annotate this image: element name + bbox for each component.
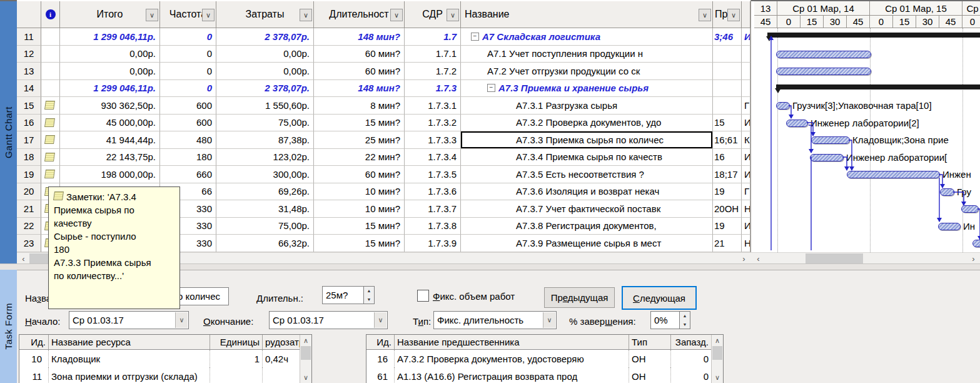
cell-pred[interactable]: 16;61 xyxy=(713,131,742,149)
scroll-right-icon[interactable]: › xyxy=(968,253,979,263)
cell-sdr[interactable]: 1.7.3.6 xyxy=(405,183,461,201)
cell-resources[interactable]: Н xyxy=(742,235,750,252)
timeline-minute-cell[interactable]: 0 xyxy=(777,16,801,28)
cell-chastota[interactable]: 600 xyxy=(160,115,216,132)
cell-nazvanie[interactable]: А7.3.8 Регистрация документов, xyxy=(461,218,713,235)
task-row[interactable]: 120,00р.00,00р.60 мин?1.7.1А7.1 Учет пос… xyxy=(17,46,750,63)
row-number[interactable]: 21 xyxy=(17,200,41,218)
cell-resources[interactable] xyxy=(742,63,750,80)
percent-complete-input[interactable]: 0% xyxy=(650,311,680,329)
task-bar[interactable] xyxy=(786,120,808,127)
spinner-down-icon[interactable]: ▼ xyxy=(364,295,374,304)
timeline-minute-cell[interactable]: 30 xyxy=(916,16,939,28)
cell-nazvanie[interactable]: А7.3.2 Проверка документов, удо xyxy=(461,115,713,132)
row-number[interactable]: 22 xyxy=(17,218,41,235)
task-row[interactable]: 1645 000,00р.60075,00р.15 мин?1.7.3.2А7.… xyxy=(17,115,750,132)
scroll-left-icon[interactable]: ‹ xyxy=(18,253,29,263)
header-dlitelnost[interactable]: Длительност ∨ xyxy=(314,1,405,28)
cell-sdr[interactable]: 1.7.3.1 xyxy=(405,97,461,115)
table-cell[interactable]: ОН xyxy=(629,350,671,367)
cell-sdr[interactable]: 1.7.3.8 xyxy=(405,218,461,235)
cell-itogo[interactable]: 45 000,00р. xyxy=(60,115,160,132)
cell-sdr[interactable]: 1.7.3.4 xyxy=(405,149,461,166)
header-zatraty[interactable]: Затраты ∨ xyxy=(216,1,314,28)
task-row[interactable]: 111 299 046,11р.02 378,07р.148 мин?1.7−А… xyxy=(17,28,750,46)
table-row[interactable]: 16А7.3.2 Проверка документов, удостоверя… xyxy=(366,350,723,367)
cell-itogo[interactable]: 0,00р. xyxy=(60,46,160,63)
cell-itogo[interactable]: 198 000,00р. xyxy=(60,166,160,183)
cell-pred[interactable] xyxy=(713,97,742,115)
timeline-minute-cell[interactable]: 15 xyxy=(893,16,916,28)
cell-dlitelnost[interactable]: 60 мин? xyxy=(314,46,405,63)
filter-dropdown-icon[interactable]: ∨ xyxy=(202,9,215,21)
spinner-up-icon[interactable]: ▲ xyxy=(680,312,690,320)
percent-spinner[interactable]: ▲ ▼ xyxy=(679,311,690,329)
cell-dlitelnost[interactable]: 15 мин? xyxy=(314,218,405,235)
cell-pred[interactable]: 16 xyxy=(713,149,742,166)
column-header[interactable]: Название предшественника xyxy=(395,335,629,349)
cell-pred[interactable]: 19 xyxy=(713,218,742,235)
cell-nazvanie[interactable]: А7.3.4 Приемка сырья по качеств xyxy=(461,149,713,166)
cell-itogo[interactable]: 1 299 046,11р. xyxy=(60,80,160,98)
task-bar[interactable] xyxy=(810,154,844,161)
column-header[interactable]: Название ресурса xyxy=(49,335,210,349)
column-header[interactable]: Ид. xyxy=(19,335,49,349)
row-number[interactable]: 19 xyxy=(17,166,41,183)
row-number[interactable]: 20 xyxy=(17,183,41,201)
cell-resources[interactable]: И xyxy=(742,149,750,166)
cell-resources[interactable]: К xyxy=(742,131,750,149)
cell-resources[interactable] xyxy=(742,46,750,63)
task-bar[interactable] xyxy=(776,68,871,75)
cell-pred[interactable]: 21 xyxy=(713,235,742,252)
table-cell[interactable]: 0 xyxy=(671,367,712,383)
cell-itogo[interactable]: 1 299 046,11р. xyxy=(60,28,160,46)
cell-dlitelnost[interactable]: 15 мин? xyxy=(314,115,405,132)
cell-zatraty[interactable]: 300,00р. xyxy=(216,166,314,183)
cell-chastota[interactable]: 0 xyxy=(160,28,216,46)
cell-zatraty[interactable]: 0,00р. xyxy=(216,63,314,80)
cell-nazvanie[interactable]: А7.3.7 Учет фактической поставк xyxy=(461,200,713,218)
scroll-down-icon[interactable]: ∨ xyxy=(301,372,311,382)
table-cell[interactable]: А7.3.2 Проверка документов, удостоверяю xyxy=(395,350,629,367)
resource-table[interactable]: Ид.Название ресурсаЕдиницырудозатра10Кла… xyxy=(19,334,312,383)
cell-pred[interactable]: 19 xyxy=(713,183,742,201)
cell-itogo[interactable]: 41 944,44р. xyxy=(60,131,160,149)
duration-input[interactable]: 25м? xyxy=(322,286,364,304)
cell-zatraty[interactable]: 75,00р. xyxy=(216,218,314,235)
filter-dropdown-icon[interactable]: ∨ xyxy=(727,9,740,21)
cell-resources[interactable]: И xyxy=(742,28,750,46)
cell-itogo[interactable]: 0,00р. xyxy=(60,63,160,80)
cell-dlitelnost[interactable]: 15 мин? xyxy=(314,235,405,252)
row-number[interactable]: 14 xyxy=(17,80,41,98)
fixed-work-checkbox[interactable] xyxy=(417,290,429,302)
previous-button[interactable]: Предыдущая xyxy=(544,287,615,308)
pane-tab-task-form[interactable]: Task Form xyxy=(0,270,18,383)
cell-sdr[interactable]: 1.7.3.9 xyxy=(405,235,461,252)
cell-chastota[interactable]: 660 xyxy=(160,166,216,183)
table-vscrollbar[interactable]: ∧∨ xyxy=(711,335,723,383)
scroll-left-icon[interactable]: ‹ xyxy=(753,253,764,263)
timeline-minute-cell[interactable]: 15 xyxy=(801,16,824,28)
table-cell[interactable]: 10 xyxy=(19,350,49,367)
cell-dlitelnost[interactable]: 148 мин? xyxy=(314,28,405,46)
cell-zatraty[interactable]: 2 378,07р. xyxy=(216,28,314,46)
duration-spinner[interactable]: ▲ ▼ xyxy=(363,286,375,304)
table-cell[interactable]: ОН xyxy=(629,367,671,383)
collapse-icon[interactable]: − xyxy=(471,33,479,41)
cell-pred[interactable]: 15 xyxy=(713,115,742,132)
filter-dropdown-icon[interactable]: ∨ xyxy=(146,9,158,21)
vscroll-thumb[interactable] xyxy=(301,346,311,360)
task-row[interactable]: 130,00р.00,00р.60 мин?1.7.2А7.2 Учет отг… xyxy=(17,63,750,80)
table-cell[interactable]: 61 xyxy=(366,367,395,383)
cell-itogo[interactable]: 930 362,50р. xyxy=(60,97,160,115)
spinner-up-icon[interactable]: ▲ xyxy=(364,287,374,295)
cell-chastota[interactable]: 180 xyxy=(160,149,216,166)
cell-dlitelnost[interactable]: 25 мин? xyxy=(314,131,405,149)
table-cell[interactable]: Кладовщик xyxy=(49,350,210,367)
predecessor-table[interactable]: Ид.Название предшественникаТипЗапазд.16А… xyxy=(366,334,724,383)
gantt-hscroll-thumb[interactable] xyxy=(806,253,863,263)
column-header[interactable]: Ид. xyxy=(366,335,395,349)
cell-nazvanie[interactable]: А7.3.6 Изоляция и возврат некач xyxy=(461,183,713,201)
scroll-down-icon[interactable]: ∨ xyxy=(712,372,722,382)
cell-sdr[interactable]: 1.7 xyxy=(405,28,461,46)
